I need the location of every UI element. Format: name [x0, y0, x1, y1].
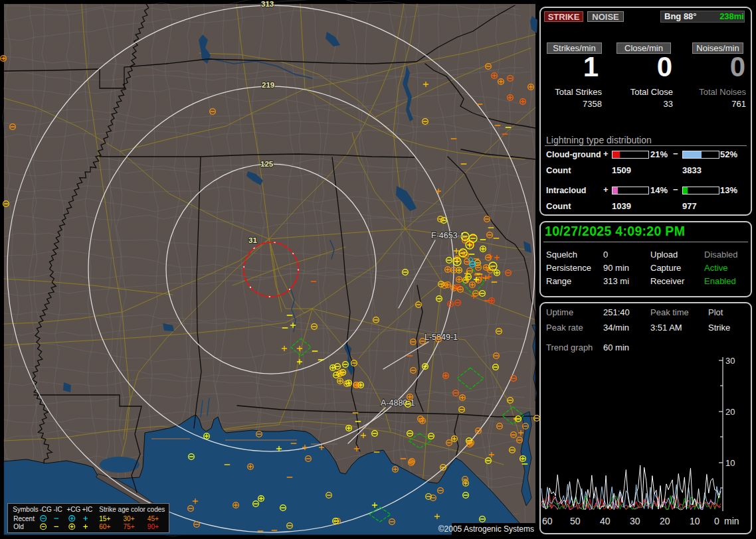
svg-text:125: 125: [260, 160, 274, 168]
svg-text:F-4653-1: F-4653-1: [431, 231, 465, 240]
svg-text:30+: 30+: [124, 515, 135, 522]
svg-text:60+: 60+: [99, 523, 110, 530]
svg-text:-CG: -CG: [39, 506, 52, 513]
svg-text:219: 219: [262, 81, 274, 89]
svg-text:+CG: +CG: [67, 506, 81, 513]
svg-text:Strike age color codes: Strike age color codes: [99, 506, 165, 513]
svg-text:Old: Old: [13, 523, 24, 530]
svg-text:Symbols: Symbols: [13, 506, 38, 513]
svg-text:45+: 45+: [147, 515, 159, 522]
svg-text:15+: 15+: [99, 515, 110, 522]
svg-text:75+: 75+: [124, 523, 135, 530]
svg-text:Recent: Recent: [13, 515, 35, 522]
svg-text:313: 313: [261, 0, 274, 8]
svg-text:90+: 90+: [147, 523, 159, 530]
svg-text:31: 31: [248, 236, 257, 244]
svg-text:+IC: +IC: [82, 506, 92, 513]
svg-text:-IC: -IC: [53, 506, 62, 513]
